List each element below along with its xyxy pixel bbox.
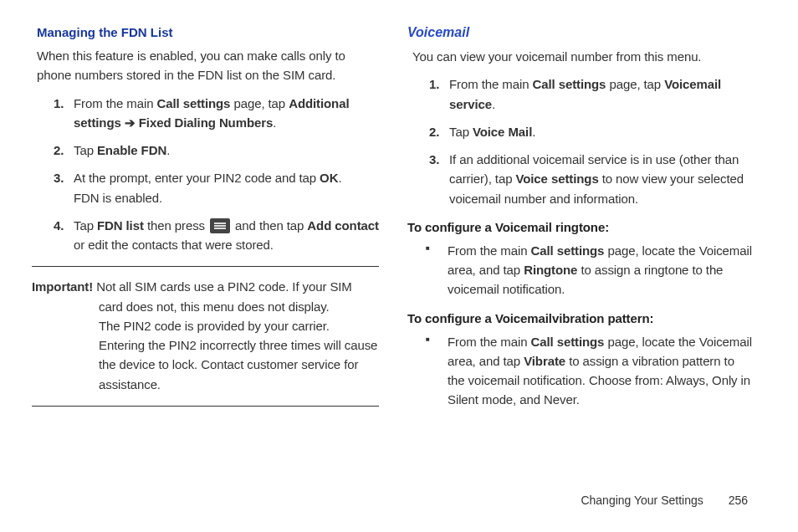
text: and then tap	[232, 218, 307, 233]
text: FDN is enabled.	[74, 191, 162, 205]
text: From the main	[74, 96, 156, 110]
bold: Add contact	[307, 218, 379, 233]
page-footer: Changing Your Settings 256	[581, 494, 748, 507]
left-column: Managing the FDN List When this feature …	[32, 25, 379, 422]
heading-managing-fdn: Managing the FDN List	[37, 25, 379, 39]
bold: Fixed Dialing Numbers	[139, 115, 273, 130]
vm-step-1: 1. From the main Call settings page, tap…	[429, 74, 755, 114]
fdn-steps: 1. From the main Call settings page, tap…	[54, 94, 379, 255]
step-number: 2.	[54, 141, 64, 160]
bold: Enable FDN	[97, 143, 166, 157]
text: .	[338, 171, 341, 185]
important-text-2: The PIN2 code is provided by your carrie…	[99, 316, 379, 394]
divider	[32, 266, 379, 267]
fdn-step-2: 2. Tap Enable FDN.	[54, 141, 379, 160]
bold: Voice settings	[515, 171, 598, 186]
text: page, tap	[606, 77, 664, 91]
right-column: Voicemail You can view your voicemail nu…	[407, 25, 755, 422]
step-number: 3.	[54, 168, 64, 187]
vibration-bullet: From the main Call settings page, locate…	[424, 332, 755, 410]
text: .	[492, 97, 495, 111]
text: page, tap	[230, 96, 289, 110]
text: or edit the contacts that were stored.	[74, 238, 274, 252]
ringtone-bullets: From the main Call settings page, locate…	[424, 241, 755, 299]
voicemail-intro: You can view your voicemail number from …	[412, 47, 755, 66]
arrow-icon: ➔	[121, 115, 139, 130]
text: From the main	[448, 335, 530, 349]
voicemail-steps: 1. From the main Call settings page, tap…	[429, 74, 755, 208]
step-number: 3.	[429, 150, 439, 169]
text: .	[273, 115, 276, 130]
page-content: Managing the FDN List When this feature …	[0, 0, 798, 422]
text: At the prompt, enter your PIN2 code and …	[74, 171, 320, 185]
bold: Call settings	[532, 77, 606, 91]
step-number: 4.	[54, 216, 64, 235]
fdn-intro: When this feature is enabled, you can ma…	[37, 46, 379, 85]
heading-voicemail: Voicemail	[407, 25, 755, 40]
bold: Vibrate	[524, 354, 565, 368]
step-number: 2.	[429, 122, 439, 141]
bold: Call settings	[530, 335, 604, 349]
text: .	[166, 143, 170, 157]
subhead-ringtone: To configure a Voicemail ringtone:	[407, 220, 755, 234]
subhead-vibration: To configure a Voicemailvibration patter…	[407, 311, 755, 325]
bold: Call settings	[530, 243, 604, 258]
text: From the main	[449, 77, 532, 91]
text: From the main	[448, 243, 530, 258]
text: Tap	[74, 218, 97, 233]
important-note: Important! Not all SIM cards use a PIN2 …	[32, 274, 379, 399]
step-number: 1.	[54, 94, 64, 113]
text: Tap	[74, 143, 97, 157]
bold: Voice Mail	[473, 125, 532, 139]
text: then press	[144, 218, 208, 233]
footer-section: Changing Your Settings	[581, 494, 703, 507]
ringtone-bullet: From the main Call settings page, locate…	[424, 241, 755, 299]
fdn-step-4: 4. Tap FDN list then press and then tap …	[54, 216, 379, 255]
bold: Call settings	[156, 96, 230, 110]
fdn-step-1: 1. From the main Call settings page, tap…	[54, 94, 379, 133]
important-label: Important!	[32, 279, 93, 294]
vm-step-2: 2. Tap Voice Mail.	[429, 122, 755, 141]
fdn-step-3: 3. At the prompt, enter your PIN2 code a…	[54, 168, 379, 207]
divider	[32, 406, 379, 407]
bold: OK	[320, 171, 338, 185]
footer-page-number: 256	[729, 494, 748, 507]
bold: Ringtone	[524, 263, 577, 277]
text: .	[532, 125, 535, 139]
vibration-bullets: From the main Call settings page, locate…	[424, 332, 755, 410]
menu-icon	[210, 218, 230, 233]
step-number: 1.	[429, 74, 439, 94]
important-text-1: Not all SIM cards use a PIN2 code. If yo…	[93, 279, 352, 313]
text: Tap	[449, 125, 473, 139]
vm-step-3: 3. If an additional voicemail service is…	[429, 150, 755, 208]
bold: FDN list	[97, 218, 144, 233]
